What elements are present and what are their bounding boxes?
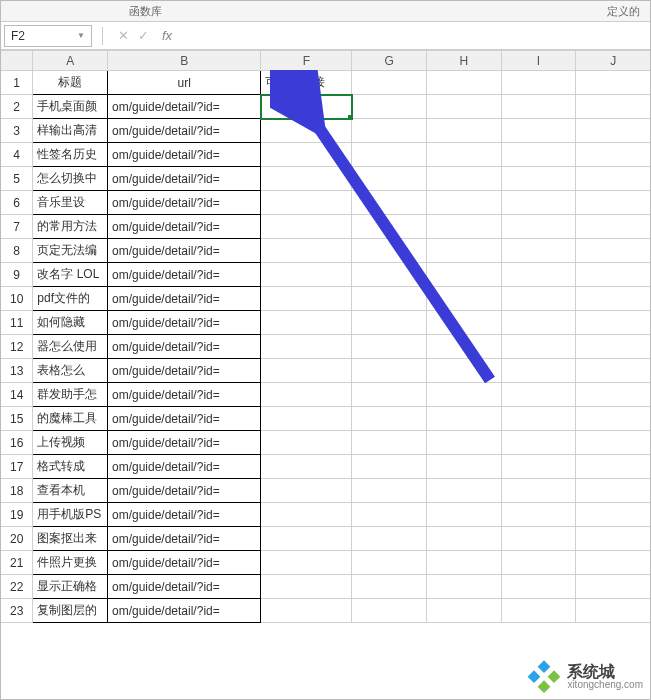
- cell-B9[interactable]: om/guide/detail/?id=: [107, 263, 260, 287]
- cell-B20[interactable]: om/guide/detail/?id=: [107, 527, 260, 551]
- col-header-I[interactable]: I: [501, 51, 576, 71]
- col-header-F[interactable]: F: [261, 51, 352, 71]
- cell-H22[interactable]: [426, 575, 501, 599]
- cell-B16[interactable]: om/guide/detail/?id=: [107, 431, 260, 455]
- cell-B17[interactable]: om/guide/detail/?id=: [107, 455, 260, 479]
- cell-F5[interactable]: [261, 167, 352, 191]
- cell-I3[interactable]: [501, 119, 576, 143]
- cell-I9[interactable]: [501, 263, 576, 287]
- cell-F6[interactable]: [261, 191, 352, 215]
- row-header[interactable]: 19: [1, 503, 33, 527]
- cell-J10[interactable]: [576, 287, 651, 311]
- cell-B7[interactable]: om/guide/detail/?id=: [107, 215, 260, 239]
- cell-J15[interactable]: [576, 407, 651, 431]
- cell-H4[interactable]: [426, 143, 501, 167]
- cell-H14[interactable]: [426, 383, 501, 407]
- cell-I23[interactable]: [501, 599, 576, 623]
- cell-F1[interactable]: 可点击链接: [261, 71, 352, 95]
- cell-G2[interactable]: [352, 95, 427, 119]
- cell-J11[interactable]: [576, 311, 651, 335]
- cell-I7[interactable]: [501, 215, 576, 239]
- cancel-icon[interactable]: ✕: [113, 28, 133, 43]
- cell-B2[interactable]: om/guide/detail/?id=: [107, 95, 260, 119]
- row-header[interactable]: 10: [1, 287, 33, 311]
- cell-H3[interactable]: [426, 119, 501, 143]
- cell-G1[interactable]: [352, 71, 427, 95]
- cell-J2[interactable]: [576, 95, 651, 119]
- cell-B22[interactable]: om/guide/detail/?id=: [107, 575, 260, 599]
- cell-J22[interactable]: [576, 575, 651, 599]
- cell-B3[interactable]: om/guide/detail/?id=: [107, 119, 260, 143]
- cell-F19[interactable]: [261, 503, 352, 527]
- cell-H6[interactable]: [426, 191, 501, 215]
- cell-A22[interactable]: 显示正确格: [33, 575, 108, 599]
- cell-F8[interactable]: [261, 239, 352, 263]
- cell-J9[interactable]: [576, 263, 651, 287]
- cell-I14[interactable]: [501, 383, 576, 407]
- name-box-dropdown-icon[interactable]: ▼: [77, 31, 85, 40]
- cell-I11[interactable]: [501, 311, 576, 335]
- cell-A8[interactable]: 页定无法编: [33, 239, 108, 263]
- col-header-G[interactable]: G: [352, 51, 427, 71]
- cell-G13[interactable]: [352, 359, 427, 383]
- cell-G11[interactable]: [352, 311, 427, 335]
- cell-A16[interactable]: 上传视频: [33, 431, 108, 455]
- cell-A15[interactable]: 的魔棒工具: [33, 407, 108, 431]
- cell-H10[interactable]: [426, 287, 501, 311]
- row-header[interactable]: 5: [1, 167, 33, 191]
- name-box[interactable]: F2 ▼: [4, 25, 92, 47]
- cell-A4[interactable]: 性签名历史: [33, 143, 108, 167]
- cell-I22[interactable]: [501, 575, 576, 599]
- cell-B12[interactable]: om/guide/detail/?id=: [107, 335, 260, 359]
- cell-H8[interactable]: [426, 239, 501, 263]
- cell-J5[interactable]: [576, 167, 651, 191]
- cell-B11[interactable]: om/guide/detail/?id=: [107, 311, 260, 335]
- cell-A23[interactable]: 复制图层的: [33, 599, 108, 623]
- cell-F9[interactable]: [261, 263, 352, 287]
- cell-F7[interactable]: [261, 215, 352, 239]
- cell-H16[interactable]: [426, 431, 501, 455]
- formula-input[interactable]: [177, 25, 651, 47]
- cell-I12[interactable]: [501, 335, 576, 359]
- cell-A17[interactable]: 格式转成: [33, 455, 108, 479]
- cell-F13[interactable]: [261, 359, 352, 383]
- cell-H17[interactable]: [426, 455, 501, 479]
- cell-H13[interactable]: [426, 359, 501, 383]
- cell-J16[interactable]: [576, 431, 651, 455]
- cell-A9[interactable]: 改名字 LOL: [33, 263, 108, 287]
- cell-G6[interactable]: [352, 191, 427, 215]
- row-header[interactable]: 15: [1, 407, 33, 431]
- col-header-J[interactable]: J: [576, 51, 651, 71]
- cell-B15[interactable]: om/guide/detail/?id=: [107, 407, 260, 431]
- cell-B13[interactable]: om/guide/detail/?id=: [107, 359, 260, 383]
- cell-A18[interactable]: 查看本机: [33, 479, 108, 503]
- spreadsheet-grid[interactable]: A B F G H I J 1 标题 url 可点击链接 2手机桌面颜om/gu…: [0, 50, 651, 623]
- cell-J12[interactable]: [576, 335, 651, 359]
- cell-I10[interactable]: [501, 287, 576, 311]
- cell-H5[interactable]: [426, 167, 501, 191]
- cell-I4[interactable]: [501, 143, 576, 167]
- cell-G10[interactable]: [352, 287, 427, 311]
- cell-A6[interactable]: 音乐里设: [33, 191, 108, 215]
- cell-J19[interactable]: [576, 503, 651, 527]
- row-header[interactable]: 21: [1, 551, 33, 575]
- row-header[interactable]: 11: [1, 311, 33, 335]
- row-header[interactable]: 13: [1, 359, 33, 383]
- cell-B14[interactable]: om/guide/detail/?id=: [107, 383, 260, 407]
- cell-G22[interactable]: [352, 575, 427, 599]
- cell-G8[interactable]: [352, 239, 427, 263]
- cell-J3[interactable]: [576, 119, 651, 143]
- cell-F12[interactable]: [261, 335, 352, 359]
- cell-A20[interactable]: 图案抠出来: [33, 527, 108, 551]
- cell-A7[interactable]: 的常用方法: [33, 215, 108, 239]
- cell-A5[interactable]: 怎么切换中: [33, 167, 108, 191]
- cell-J23[interactable]: [576, 599, 651, 623]
- cell-G7[interactable]: [352, 215, 427, 239]
- cell-H12[interactable]: [426, 335, 501, 359]
- col-header-A[interactable]: A: [33, 51, 108, 71]
- cell-F21[interactable]: [261, 551, 352, 575]
- cell-A1[interactable]: 标题: [33, 71, 108, 95]
- cell-A14[interactable]: 群发助手怎: [33, 383, 108, 407]
- cell-H23[interactable]: [426, 599, 501, 623]
- cell-B1[interactable]: url: [107, 71, 260, 95]
